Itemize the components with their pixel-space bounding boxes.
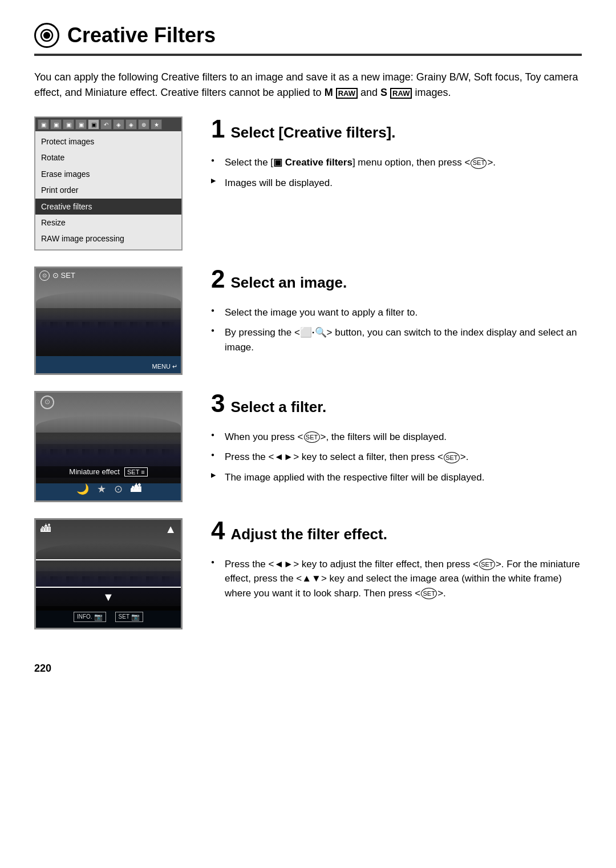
- menu-item-creative: Creative filters: [35, 199, 181, 215]
- step-4-bullets: Press the <◄►> key to adjust the filter …: [211, 557, 582, 601]
- menu-icons-row: ▣ ▣ ▣ ▣ ▣ ↶ ◈ ◈ ⊕ ★: [35, 118, 181, 131]
- city-silhouette: [36, 310, 181, 356]
- svg-point-2: [46, 32, 48, 34]
- menu-icon-1: ▣: [38, 119, 49, 130]
- content-area: ▣ ▣ ▣ ▣ ▣ ↶ ◈ ◈ ⊕ ★ Protect images Rotat…: [34, 116, 582, 645]
- step-3-bullet-3: The image applied with the respective fi…: [211, 470, 582, 485]
- step-1-row: ▣ ▣ ▣ ▣ ▣ ↶ ◈ ◈ ⊕ ★ Protect images Rotat…: [34, 116, 582, 251]
- intro-text: You can apply the following Creative fil…: [34, 70, 582, 100]
- info-badge: INFO.📷: [74, 612, 106, 622]
- step-3-bullet-1: When you press <SET>, the filters will b…: [211, 430, 582, 445]
- filter-icon-miniature: 🏙: [131, 483, 141, 495]
- step-4-content: 4 Adjust the filter effect. Press the <◄…: [211, 518, 582, 607]
- step-1-title: Select [Creative filters].: [230, 124, 395, 142]
- step-3-title: Select a filter.: [230, 398, 326, 416]
- menu-items-list: Protect images Rotate Erase images Print…: [35, 131, 181, 249]
- step-3-header-row: 3 Select a filter.: [211, 391, 582, 424]
- step-2-bullet-2: By pressing the <⬜·🔍> button, you can sw…: [211, 325, 582, 354]
- page-title: Creative Filters: [67, 23, 216, 47]
- step-2-number: 2: [211, 267, 225, 292]
- down-arrow-icon: ▼: [103, 591, 114, 604]
- adjust-top-icon: 🏙: [40, 523, 51, 535]
- set-badge: SET ≡: [124, 467, 148, 477]
- menu-item-resize: Resize: [35, 215, 181, 231]
- adjust-bottom-bar: INFO.📷 SET📷: [36, 606, 181, 628]
- menu-icon-3: ▣: [63, 119, 74, 130]
- filter-label: Miniature effect SET ≡: [36, 466, 181, 478]
- step-1-bullet-1: Select the [▣ Creative filters] menu opt…: [211, 155, 582, 170]
- step-3-bullets: When you press <SET>, the filters will b…: [211, 430, 582, 485]
- menu-item-protect: Protect images: [35, 134, 181, 150]
- step-4-bullet-1: Press the <◄►> key to adjust the filter …: [211, 557, 582, 601]
- step-2-title: Select an image.: [230, 274, 347, 292]
- lcd-bottom-label: MENU ↵: [152, 363, 177, 370]
- page-number: 220: [34, 663, 582, 675]
- menu-item-raw: RAW image processing: [35, 231, 181, 247]
- menu-icon-6: ↶: [100, 119, 112, 130]
- menu-item-print: Print order: [35, 182, 181, 198]
- step-2-bullet-1: Select the image you want to apply a fil…: [211, 305, 582, 320]
- lcd-top-label: ⊙ ⊙ SET: [39, 271, 75, 281]
- filter-icons-row: 🌙 ★ ⊙ 🏙: [36, 481, 181, 498]
- menu-icon-7: ◈: [113, 119, 124, 130]
- filter-icon-top: ⊙: [40, 395, 54, 409]
- step-3-content: 3 Select a filter. When you press <SET>,…: [211, 391, 582, 491]
- step-2-image: ⊙ ⊙ SET MENU ↵: [34, 267, 194, 375]
- lcd-screenshot-step2: ⊙ ⊙ SET MENU ↵: [34, 267, 183, 375]
- adjust-focus-band: [36, 559, 181, 588]
- menu-icon-10: ★: [151, 119, 162, 130]
- city-background: [36, 268, 181, 373]
- page-header: Creative Filters: [34, 23, 582, 56]
- step-2-header-row: 2 Select an image.: [211, 267, 582, 300]
- step-3-bullet-2: Press the <◄►> key to select a filter, t…: [211, 450, 582, 465]
- step-3-number: 3: [211, 391, 225, 416]
- up-arrow-icon: ▲: [165, 523, 176, 536]
- filter-icon-grain: 🌙: [76, 483, 89, 495]
- adjust-top-dark: [36, 520, 181, 560]
- step-1-number: 1: [211, 116, 225, 142]
- step-4-title: Adjust the filter effect.: [230, 526, 387, 543]
- filter-icon-toy: ⊙: [114, 483, 123, 495]
- step-4-number: 4: [211, 518, 225, 543]
- step-1-bullets: Select the [▣ Creative filters] menu opt…: [211, 155, 582, 190]
- step-1-header-row: 1 Select [Creative filters].: [211, 116, 582, 150]
- adjust-screenshot: 🏙 ▲ ▼ INFO.📷 SET📷: [34, 518, 183, 629]
- step-4-row: 🏙 ▲ ▼ INFO.📷 SET📷 4 Adjust the filter ef…: [34, 518, 582, 629]
- step-1-content: 1 Select [Creative filters]. Select the …: [211, 116, 582, 196]
- menu-icon-5-active: ▣: [88, 119, 99, 130]
- menu-item-erase: Erase images: [35, 166, 181, 182]
- menu-item-rotate: Rotate: [35, 150, 181, 165]
- step-2-content: 2 Select an image. Select the image you …: [211, 267, 582, 361]
- step-2-row: ⊙ ⊙ SET MENU ↵ 2 Select an image. Select…: [34, 267, 582, 375]
- set-bottom-badge: SET📷: [115, 612, 143, 622]
- menu-screenshot: ▣ ▣ ▣ ▣ ▣ ↶ ◈ ◈ ⊕ ★ Protect images Rotat…: [34, 116, 183, 251]
- filter-icon-soft: ★: [97, 483, 106, 495]
- creative-filters-icon: [34, 23, 59, 48]
- step-1-image: ▣ ▣ ▣ ▣ ▣ ↶ ◈ ◈ ⊕ ★ Protect images Rotat…: [34, 116, 194, 251]
- menu-icon-8: ◈: [125, 119, 137, 130]
- menu-icon-9: ⊕: [138, 119, 149, 130]
- step-3-row: ⊙ Miniature effect SET ≡ 🌙 ★ ⊙ 🏙 3 Selec…: [34, 391, 582, 502]
- step-1-bullet-2: Images will be displayed.: [211, 176, 582, 191]
- menu-icon-2: ▣: [50, 119, 62, 130]
- menu-icon-4: ▣: [75, 119, 87, 130]
- step-4-header-row: 4 Adjust the filter effect.: [211, 518, 582, 551]
- filter-screenshot: ⊙ Miniature effect SET ≡ 🌙 ★ ⊙ 🏙: [34, 391, 183, 502]
- step-2-bullets: Select the image you want to apply a fil…: [211, 305, 582, 355]
- step-3-image: ⊙ Miniature effect SET ≡ 🌙 ★ ⊙ 🏙: [34, 391, 194, 502]
- step-4-image: 🏙 ▲ ▼ INFO.📷 SET📷: [34, 518, 194, 629]
